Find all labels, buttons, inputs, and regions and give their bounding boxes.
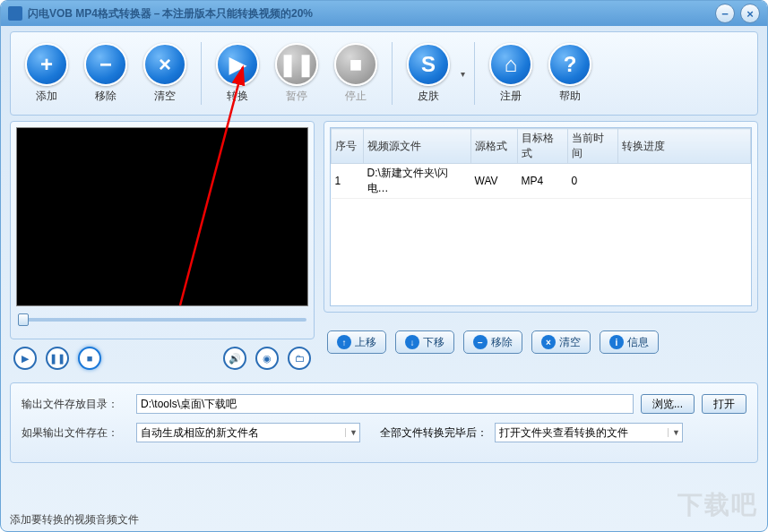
list-clear-button[interactable]: ×清空 (531, 330, 591, 354)
stop-button[interactable]: ■停止 (329, 43, 383, 104)
close-button[interactable]: × (740, 4, 760, 23)
stop-icon: ■ (349, 52, 363, 77)
clear-button[interactable]: ×清空 (138, 43, 192, 104)
chevron-down-icon: ▼ (668, 428, 680, 437)
down-icon: ↓ (405, 335, 419, 349)
x-icon: × (159, 52, 171, 77)
minus-icon: − (99, 52, 112, 77)
output-settings-panel: 输出文件存放目录： 浏览... 打开 如果输出文件存在： 自动生成相应的新文件名… (10, 382, 758, 463)
minus-icon: − (473, 335, 488, 349)
stop-icon: ■ (87, 353, 93, 364)
up-icon: ↑ (337, 335, 351, 349)
add-button[interactable]: +添加 (20, 43, 73, 104)
after-combo[interactable]: 打开文件夹查看转换的文件▼ (495, 423, 683, 442)
app-icon (8, 6, 22, 21)
file-list-panel: 序号 视频源文件 源格式 目标格式 当前时间 转换进度 1D:\新建文件夹\闪电… (324, 121, 758, 313)
col-source[interactable]: 视频源文件 (364, 129, 471, 164)
snapshot-button[interactable]: ◉ (255, 347, 279, 370)
skin-dropdown-icon[interactable]: ▾ (461, 69, 465, 79)
open-folder-button[interactable]: 打开 (702, 394, 746, 414)
col-progress[interactable]: 转换进度 (618, 129, 751, 164)
pause-icon: ❚❚ (49, 353, 65, 365)
titlebar: 闪电VOB MP4格式转换器－本注册版本只能转换视频的20% − × (1, 1, 767, 26)
list-remove-button[interactable]: −移除 (463, 330, 522, 354)
skin-icon: S (421, 52, 436, 77)
skin-button[interactable]: S皮肤 (401, 43, 455, 104)
col-src-format[interactable]: 源格式 (471, 129, 518, 164)
minimize-button[interactable]: − (715, 4, 735, 23)
x-icon: × (541, 335, 556, 349)
convert-button[interactable]: ▶转换 (211, 43, 264, 104)
browse-button[interactable]: 浏览... (641, 394, 695, 414)
play-icon: ▶ (22, 353, 29, 365)
home-icon: ⌂ (505, 52, 518, 77)
main-toolbar: +添加 −移除 ×清空 ▶转换 ❚❚暂停 ■停止 S皮肤 ▾ ⌂注册 ?帮助 (10, 31, 758, 116)
pause-button[interactable]: ❚❚暂停 (270, 43, 324, 104)
question-icon: ? (564, 52, 577, 77)
info-button[interactable]: i信息 (600, 330, 659, 354)
volume-button[interactable]: 🔊 (223, 347, 246, 370)
register-button[interactable]: ⌂注册 (484, 43, 538, 104)
help-button[interactable]: ?帮助 (543, 43, 597, 104)
move-down-button[interactable]: ↓下移 (395, 330, 454, 354)
folder-icon: 🗀 (295, 353, 305, 364)
pause-icon: ❚❚ (279, 52, 315, 77)
seek-slider[interactable] (18, 313, 306, 326)
chevron-down-icon: ▼ (345, 428, 358, 437)
file-table[interactable]: 序号 视频源文件 源格式 目标格式 当前时间 转换进度 1D:\新建文件夹\闪电… (330, 127, 752, 306)
play-icon: ▶ (229, 52, 246, 77)
col-target-format[interactable]: 目标格式 (518, 129, 568, 164)
remove-button[interactable]: −移除 (79, 43, 133, 104)
status-bar: 添加要转换的视频音频文件 (10, 512, 139, 528)
speaker-icon: 🔊 (229, 353, 241, 365)
watermark: 下载吧 (677, 488, 758, 522)
plus-icon: + (40, 52, 53, 77)
output-dir-label: 输出文件存放目录： (22, 397, 129, 412)
preview-play-button[interactable]: ▶ (13, 347, 37, 370)
table-row[interactable]: 1D:\新建文件夹\闪电…WAVMP40 (332, 164, 751, 199)
after-label: 全部文件转换完毕后： (380, 425, 488, 441)
video-preview (16, 127, 308, 306)
preview-stop-button[interactable]: ■ (78, 347, 101, 370)
preview-panel (10, 121, 315, 339)
folder-button[interactable]: 🗀 (288, 347, 311, 370)
camera-icon: ◉ (263, 353, 272, 365)
move-up-button[interactable]: ↑上移 (327, 330, 386, 354)
exists-combo[interactable]: 自动生成相应的新文件名▼ (136, 423, 360, 442)
col-number[interactable]: 序号 (332, 129, 364, 164)
preview-pause-button[interactable]: ❚❚ (46, 347, 69, 370)
col-time[interactable]: 当前时间 (568, 129, 618, 164)
info-icon: i (609, 335, 624, 349)
window-title: 闪电VOB MP4格式转换器－本注册版本只能转换视频的20% (28, 6, 710, 21)
exists-label: 如果输出文件存在： (22, 425, 129, 441)
output-dir-input[interactable] (136, 394, 634, 414)
